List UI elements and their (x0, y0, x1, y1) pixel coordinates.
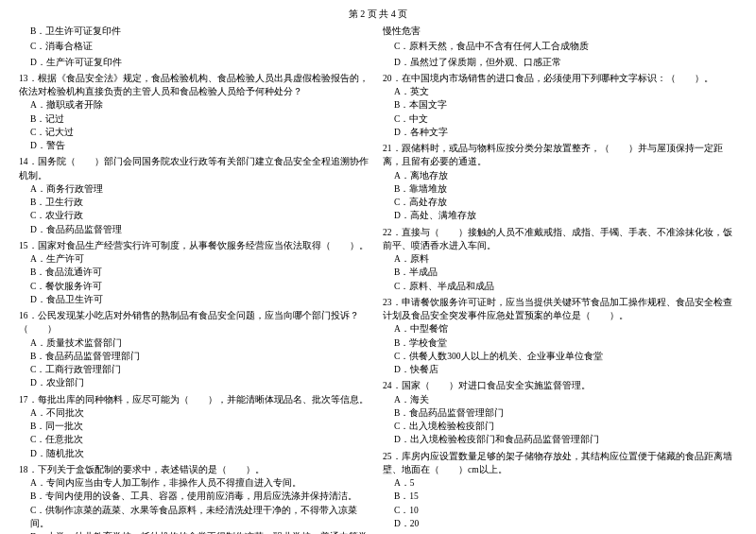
q20: 20．在中国境内市场销售的进口食品，必须使用下列哪种文字标识：（ ）。 A．英文… (383, 72, 737, 139)
right-cont: 慢性危害 (383, 25, 737, 38)
right-d: D．虽然过了保质期，但外观、口感正常 (383, 56, 737, 69)
q16: 16．公民发现某小吃店对外销售的熟制品有食品安全问题，应当向哪个部门投诉？（ ）… (19, 309, 373, 390)
left-column: B．卫生许可证复印件 C．消毒合格证 D．生产许可证复印件 13．根据《食品安全… (19, 25, 373, 534)
q18: 18．下列关于盒饭配制的要求中，表述错误的是（ ）。 A．专间内应当由专人加工制… (19, 463, 373, 534)
q24: 24．国家（ ）对进口食品安全实施监督管理。 A．海关 B．食品药品监督管理部门… (383, 379, 737, 446)
q14: 14．国务院（ ）部门会同国务院农业行政等有关部门建立食品安全全程追溯协作机制。… (19, 155, 373, 236)
q22: 22．直接与（ ）接触的人员不准戴戒指、成指、手镯、手表、不准涂抹化妆，饭前平、… (383, 226, 737, 293)
page: 第 2 页 共 4 页 B．卫生许可证复印件 C．消毒合格证 D．生产许可证复印… (0, 0, 756, 534)
q25: 25．库房内应设置数量足够的架子储物存放处，其结构应位置便于储藏的食品距离墙壁、… (383, 450, 737, 531)
q21: 21．跟储料时，或品与物料应按分类分架放置整齐，（ ）并与屋顶保持一定距离，且留… (383, 142, 737, 223)
q15: 15．国家对食品生产经营实行许可制度，从事餐饮服务经营应当依法取得（ ）。 A．… (19, 239, 373, 306)
opt-d-prod: D．生产许可证复印件 (19, 56, 373, 69)
right-c: C．原料天然，食品中不含有任何人工合成物质 (383, 40, 737, 53)
content: B．卫生许可证复印件 C．消毒合格证 D．生产许可证复印件 13．根据《食品安全… (19, 25, 737, 534)
q17: 17．每批出库的同种物料，应尽可能为（ ），并能清晰体现品名、批次等信息。 A．… (19, 393, 373, 460)
right-column: 慢性危害 C．原料天然，食品中不含有任何人工合成物质 D．虽然过了保质期，但外观… (383, 25, 737, 534)
page-number: 第 2 页 共 4 页 (19, 8, 737, 21)
opt-c-disinfect: C．消毒合格证 (19, 40, 373, 53)
q13: 13．根据《食品安全法》规定，食品检验机构、食品检验人员出具虚假检验报告的，依法… (19, 72, 373, 153)
q23: 23．申请餐饮服务许可证时，应当当提供关键环节食品加工操作规程、食品安全检查计划… (383, 296, 737, 377)
opt-b-health: B．卫生许可证复印件 (19, 25, 373, 38)
